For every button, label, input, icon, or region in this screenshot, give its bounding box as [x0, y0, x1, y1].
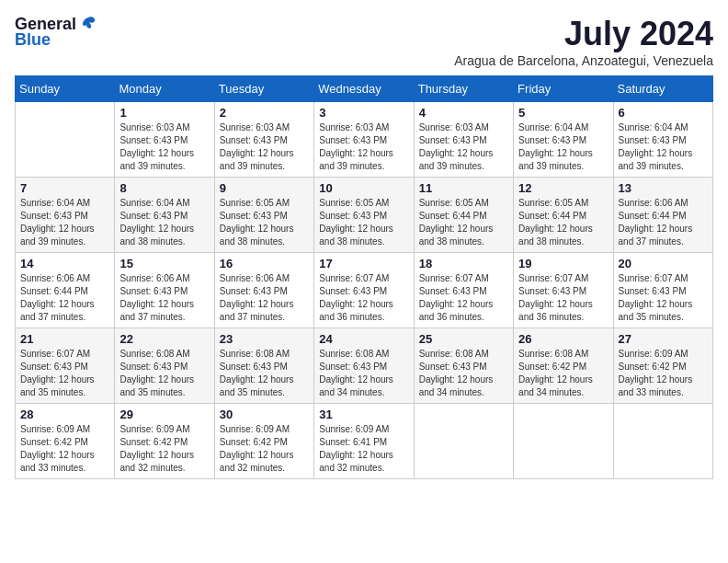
day-info: Sunrise: 6:09 AMSunset: 6:42 PMDaylight:…: [119, 423, 209, 475]
day-number: 18: [419, 257, 508, 270]
subtitle: Aragua de Barcelona, Anzoategui, Venezue…: [454, 53, 713, 68]
day-number: 12: [518, 181, 608, 195]
day-number: 21: [20, 332, 109, 346]
calendar-cell: 27Sunrise: 6:09 AMSunset: 6:42 PMDayligh…: [613, 328, 712, 404]
day-info: Sunrise: 6:03 AMSunset: 6:43 PMDaylight:…: [419, 121, 508, 173]
day-info: Sunrise: 6:06 AMSunset: 6:44 PMDaylight:…: [20, 272, 109, 324]
calendar-cell: 2Sunrise: 6:03 AMSunset: 6:43 PMDaylight…: [214, 102, 313, 178]
day-info: Sunrise: 6:07 AMSunset: 6:43 PMDaylight:…: [518, 272, 608, 324]
day-number: 6: [619, 106, 708, 120]
calendar-cell: 28Sunrise: 6:09 AMSunset: 6:42 PMDayligh…: [16, 404, 115, 479]
calendar-cell: 31Sunrise: 6:09 AMSunset: 6:41 PMDayligh…: [314, 404, 414, 479]
day-number: 5: [518, 106, 608, 120]
day-info: Sunrise: 6:05 AMSunset: 6:43 PMDaylight:…: [319, 197, 408, 248]
calendar-cell: 19Sunrise: 6:07 AMSunset: 6:43 PMDayligh…: [514, 253, 613, 328]
day-info: Sunrise: 6:08 AMSunset: 6:43 PMDaylight:…: [319, 348, 408, 399]
calendar-cell: 21Sunrise: 6:07 AMSunset: 6:43 PMDayligh…: [16, 328, 115, 404]
calendar-cell: 11Sunrise: 6:05 AMSunset: 6:44 PMDayligh…: [414, 178, 513, 253]
day-number: 27: [619, 332, 708, 346]
calendar-cell: 26Sunrise: 6:08 AMSunset: 6:42 PMDayligh…: [514, 328, 613, 404]
day-info: Sunrise: 6:04 AMSunset: 6:43 PMDaylight:…: [20, 197, 109, 248]
calendar-cell: 30Sunrise: 6:09 AMSunset: 6:42 PMDayligh…: [214, 404, 313, 479]
day-info: Sunrise: 6:04 AMSunset: 6:43 PMDaylight:…: [119, 197, 209, 248]
calendar-row-3: 21Sunrise: 6:07 AMSunset: 6:43 PMDayligh…: [16, 328, 713, 404]
col-friday: Friday: [514, 76, 613, 102]
page-container: General Blue July 2024 Aragua de Barcelo…: [15, 15, 713, 479]
day-number: 22: [119, 332, 209, 346]
day-number: 23: [220, 332, 309, 346]
day-info: Sunrise: 6:03 AMSunset: 6:43 PMDaylight:…: [220, 121, 309, 173]
calendar-cell: [16, 102, 115, 178]
day-number: 13: [619, 181, 708, 195]
day-number: 24: [319, 332, 408, 346]
col-sunday: Sunday: [16, 76, 115, 102]
col-saturday: Saturday: [613, 76, 712, 102]
calendar-cell: 13Sunrise: 6:06 AMSunset: 6:44 PMDayligh…: [613, 178, 712, 253]
calendar-cell: 15Sunrise: 6:06 AMSunset: 6:43 PMDayligh…: [115, 253, 214, 328]
day-number: 25: [419, 332, 508, 346]
day-info: Sunrise: 6:03 AMSunset: 6:43 PMDaylight:…: [319, 121, 408, 173]
day-info: Sunrise: 6:05 AMSunset: 6:44 PMDaylight:…: [419, 197, 508, 248]
day-info: Sunrise: 6:09 AMSunset: 6:42 PMDaylight:…: [20, 423, 109, 475]
calendar-cell: 5Sunrise: 6:04 AMSunset: 6:43 PMDaylight…: [514, 102, 613, 178]
day-number: 3: [319, 106, 408, 120]
day-info: Sunrise: 6:08 AMSunset: 6:43 PMDaylight:…: [220, 348, 309, 399]
day-number: 11: [419, 181, 508, 195]
calendar-row-1: 7Sunrise: 6:04 AMSunset: 6:43 PMDaylight…: [16, 178, 713, 253]
day-number: 4: [419, 106, 508, 120]
title-area: July 2024 Aragua de Barcelona, Anzoategu…: [454, 15, 713, 68]
day-number: 30: [220, 408, 309, 421]
day-number: 9: [220, 181, 309, 195]
day-info: Sunrise: 6:06 AMSunset: 6:43 PMDaylight:…: [119, 272, 209, 324]
header-row: Sunday Monday Tuesday Wednesday Thursday…: [16, 76, 713, 102]
calendar-cell: [613, 404, 712, 479]
col-tuesday: Tuesday: [214, 76, 313, 102]
calendar-cell: 18Sunrise: 6:07 AMSunset: 6:43 PMDayligh…: [414, 253, 513, 328]
logo-bird-icon: [78, 14, 98, 34]
calendar-cell: 7Sunrise: 6:04 AMSunset: 6:43 PMDaylight…: [16, 178, 115, 253]
day-number: 29: [119, 408, 209, 421]
day-number: 28: [20, 408, 109, 421]
day-info: Sunrise: 6:07 AMSunset: 6:43 PMDaylight:…: [319, 272, 408, 324]
day-info: Sunrise: 6:09 AMSunset: 6:42 PMDaylight:…: [619, 348, 708, 399]
day-info: Sunrise: 6:08 AMSunset: 6:43 PMDaylight:…: [419, 348, 508, 399]
day-info: Sunrise: 6:06 AMSunset: 6:44 PMDaylight:…: [619, 197, 708, 248]
calendar-cell: [414, 404, 513, 479]
day-info: Sunrise: 6:05 AMSunset: 6:44 PMDaylight:…: [518, 197, 608, 248]
day-info: Sunrise: 6:08 AMSunset: 6:43 PMDaylight:…: [119, 348, 209, 399]
day-number: 1: [119, 106, 209, 120]
calendar-cell: 24Sunrise: 6:08 AMSunset: 6:43 PMDayligh…: [314, 328, 414, 404]
day-number: 26: [518, 332, 608, 346]
col-wednesday: Wednesday: [314, 76, 414, 102]
logo: General Blue: [15, 15, 98, 50]
day-number: 17: [319, 257, 408, 270]
calendar-cell: 14Sunrise: 6:06 AMSunset: 6:44 PMDayligh…: [16, 253, 115, 328]
calendar-cell: 12Sunrise: 6:05 AMSunset: 6:44 PMDayligh…: [514, 178, 613, 253]
day-number: 15: [119, 257, 209, 270]
header: General Blue July 2024 Aragua de Barcelo…: [15, 15, 713, 68]
calendar-cell: 9Sunrise: 6:05 AMSunset: 6:43 PMDaylight…: [214, 178, 313, 253]
calendar-row-4: 28Sunrise: 6:09 AMSunset: 6:42 PMDayligh…: [16, 404, 713, 479]
day-number: 19: [518, 257, 608, 270]
day-info: Sunrise: 6:03 AMSunset: 6:43 PMDaylight:…: [119, 121, 209, 173]
calendar-cell: 6Sunrise: 6:04 AMSunset: 6:43 PMDaylight…: [613, 102, 712, 178]
calendar-cell: 1Sunrise: 6:03 AMSunset: 6:43 PMDaylight…: [115, 102, 214, 178]
calendar-cell: 3Sunrise: 6:03 AMSunset: 6:43 PMDaylight…: [314, 102, 414, 178]
day-number: 10: [319, 181, 408, 195]
day-number: 31: [319, 408, 408, 421]
day-number: 16: [220, 257, 309, 270]
day-info: Sunrise: 6:07 AMSunset: 6:43 PMDaylight:…: [419, 272, 508, 324]
day-info: Sunrise: 6:07 AMSunset: 6:43 PMDaylight:…: [619, 272, 708, 324]
calendar-cell: 29Sunrise: 6:09 AMSunset: 6:42 PMDayligh…: [115, 404, 214, 479]
calendar-cell: 20Sunrise: 6:07 AMSunset: 6:43 PMDayligh…: [613, 253, 712, 328]
calendar-cell: 22Sunrise: 6:08 AMSunset: 6:43 PMDayligh…: [115, 328, 214, 404]
calendar-cell: 8Sunrise: 6:04 AMSunset: 6:43 PMDaylight…: [115, 178, 214, 253]
day-info: Sunrise: 6:04 AMSunset: 6:43 PMDaylight:…: [518, 121, 608, 173]
day-info: Sunrise: 6:04 AMSunset: 6:43 PMDaylight:…: [619, 121, 708, 173]
day-number: 20: [619, 257, 708, 270]
day-info: Sunrise: 6:09 AMSunset: 6:41 PMDaylight:…: [319, 423, 408, 475]
day-number: 7: [20, 181, 109, 195]
col-monday: Monday: [115, 76, 214, 102]
calendar-cell: 17Sunrise: 6:07 AMSunset: 6:43 PMDayligh…: [314, 253, 414, 328]
calendar-row-0: 1Sunrise: 6:03 AMSunset: 6:43 PMDaylight…: [16, 102, 713, 178]
